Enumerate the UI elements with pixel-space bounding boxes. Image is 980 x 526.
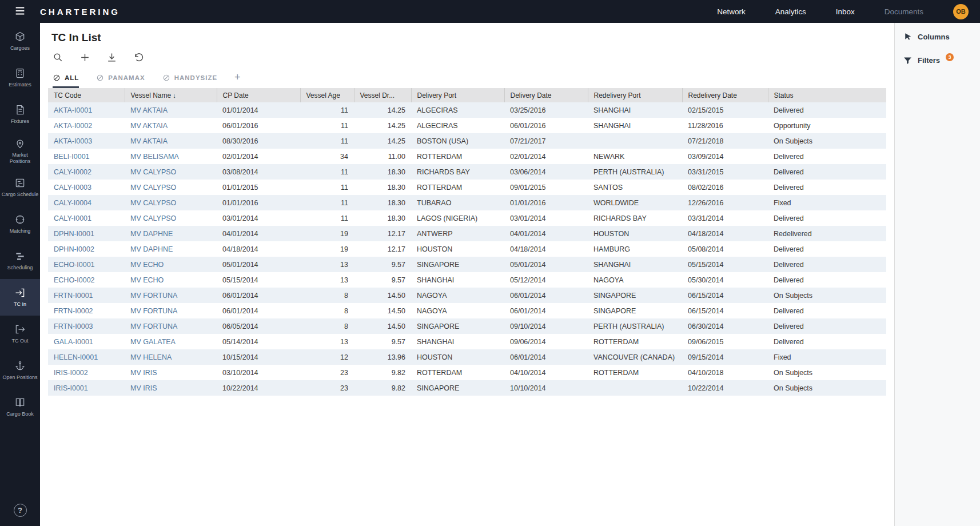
cell-vessel-name[interactable]: MV DAPHNE: [125, 226, 217, 241]
cell-vessel-name[interactable]: MV IRIS: [125, 380, 217, 396]
cell-tc-code[interactable]: BELI-I0001: [48, 149, 125, 164]
column-header-redelivery-date[interactable]: Redelivery Date: [682, 88, 768, 102]
table-row[interactable]: FRTN-I0003MV FORTUNA06/05/2014814.50SING…: [48, 318, 886, 334]
table-row[interactable]: CALY-I0004MV CALYPSO01/01/20161118.30TUB…: [48, 195, 886, 210]
cell-vessel-name[interactable]: MV CALYPSO: [125, 210, 217, 226]
table-row[interactable]: FRTN-I0002MV FORTUNA06/01/2014814.50NAGO…: [48, 303, 886, 318]
reset-button[interactable]: [133, 52, 144, 63]
cell-tc-code[interactable]: AKTA-I0003: [48, 133, 125, 149]
column-header-vessel-age[interactable]: Vessel Age: [300, 88, 354, 102]
filters-button[interactable]: Filters 3: [903, 55, 972, 65]
cell-tc-code[interactable]: GALA-I0001: [48, 334, 125, 349]
cell-tc-code[interactable]: ECHO-I0001: [48, 257, 125, 272]
column-header-delivery-date[interactable]: Delivery Date: [504, 88, 588, 102]
table-row[interactable]: AKTA-I0003MV AKTAIA08/30/20161114.25BOST…: [48, 133, 886, 149]
sidebar-item-cargoes[interactable]: Cargoes: [0, 23, 40, 59]
table-row[interactable]: ECHO-I0001MV ECHO05/01/2014139.57SINGAPO…: [48, 257, 886, 272]
cell-vessel-name[interactable]: MV CALYPSO: [125, 164, 217, 180]
nav-analytics[interactable]: Analytics: [775, 7, 806, 16]
cell-vessel-name[interactable]: MV ECHO: [125, 272, 217, 288]
help-button[interactable]: ?: [14, 504, 27, 517]
table-row[interactable]: CALY-I0001MV CALYPSO03/01/20141118.30LAG…: [48, 210, 886, 226]
cell-tc-code[interactable]: ECHO-I0002: [48, 272, 125, 288]
table-row[interactable]: AKTA-I0002MV AKTAIA06/01/20161114.25ALGE…: [48, 118, 886, 133]
table-row[interactable]: IRIS-I0002MV IRIS03/10/2014239.82ROTTERD…: [48, 365, 886, 380]
table-row[interactable]: AKTA-I0001MV AKTAIA01/01/20141114.25ALGE…: [48, 102, 886, 118]
cell-tc-code[interactable]: HELEN-I0001: [48, 349, 125, 365]
cell-vessel-name[interactable]: MV AKTAIA: [125, 102, 217, 118]
cell-vessel-name[interactable]: MV CALYPSO: [125, 180, 217, 195]
nav-network[interactable]: Network: [717, 7, 746, 16]
column-header-cp-date[interactable]: CP Date: [217, 88, 300, 102]
search-button[interactable]: [53, 52, 63, 63]
add-button[interactable]: [79, 52, 90, 63]
cell-vessel-name[interactable]: MV DAPHNE: [125, 241, 217, 257]
export-button[interactable]: [106, 52, 117, 63]
cell-tc-code[interactable]: IRIS-I0002: [48, 365, 125, 380]
table-row[interactable]: ECHO-I0002MV ECHO05/15/2014139.57SHANGHA…: [48, 272, 886, 288]
cell-vessel-name[interactable]: MV HELENA: [125, 349, 217, 365]
sidebar-item-fixtures[interactable]: Fixtures: [0, 96, 40, 133]
nav-inbox[interactable]: Inbox: [836, 7, 855, 16]
cell-delivery-date: 05/12/2014: [504, 272, 588, 288]
tab-all[interactable]: ALL: [53, 74, 79, 88]
add-view-button[interactable]: +: [234, 72, 241, 88]
table-row[interactable]: BELI-I0001MV BELISAMA02/01/20143411.00RO…: [48, 149, 886, 164]
cell-vessel-name[interactable]: MV ECHO: [125, 257, 217, 272]
nav-documents[interactable]: Documents: [885, 7, 923, 16]
column-header-status[interactable]: Status: [768, 88, 886, 102]
sidebar-item-estimates[interactable]: Estimates: [0, 59, 40, 96]
sidebar-item-scheduling[interactable]: Scheduling: [0, 242, 40, 279]
cell-tc-code[interactable]: FRTN-I0001: [48, 288, 125, 303]
cell-tc-code[interactable]: CALY-I0003: [48, 180, 125, 195]
cell-vessel-name[interactable]: MV AKTAIA: [125, 118, 217, 133]
cell-vessel-name[interactable]: MV CALYPSO: [125, 195, 217, 210]
cell-vessel-name[interactable]: MV FORTUNA: [125, 303, 217, 318]
cell-vessel-draft: 9.82: [354, 365, 411, 380]
table-row[interactable]: HELEN-I0001MV HELENA10/15/20141213.96HOU…: [48, 349, 886, 365]
cell-vessel-name[interactable]: MV FORTUNA: [125, 288, 217, 303]
table-row[interactable]: DPHN-I0001MV DAPHNE04/01/20141912.17ANTW…: [48, 226, 886, 241]
cell-tc-code[interactable]: AKTA-I0001: [48, 102, 125, 118]
columns-button[interactable]: Columns: [903, 32, 972, 42]
cell-tc-code[interactable]: CALY-I0004: [48, 195, 125, 210]
cell-vessel-name[interactable]: MV GALATEA: [125, 334, 217, 349]
cell-tc-code[interactable]: CALY-I0001: [48, 210, 125, 226]
cell-tc-code[interactable]: FRTN-I0003: [48, 318, 125, 334]
table-row[interactable]: FRTN-I0001MV FORTUNA06/01/2014814.50NAGO…: [48, 288, 886, 303]
sidebar-item-open-positions[interactable]: Open Positions: [0, 352, 40, 389]
sidebar-item-market-positions[interactable]: Market Positions: [0, 133, 40, 169]
sidebar-item-tc-out[interactable]: TC Out: [0, 316, 40, 352]
cell-vessel-name[interactable]: MV AKTAIA: [125, 133, 217, 149]
cell-tc-code[interactable]: DPHN-I0002: [48, 241, 125, 257]
column-header-tc-code[interactable]: TC Code: [48, 88, 125, 102]
cell-vessel-name[interactable]: MV FORTUNA: [125, 318, 217, 334]
tab-handysize[interactable]: HANDYSIZE: [162, 74, 217, 88]
menu-button[interactable]: [0, 0, 40, 23]
cell-tc-code[interactable]: AKTA-I0002: [48, 118, 125, 133]
column-header-vessel-name[interactable]: Vessel Name↓: [125, 88, 217, 102]
cell-tc-code[interactable]: IRIS-I0001: [48, 380, 125, 396]
sidebar-item-tc-in[interactable]: TC In: [0, 279, 40, 316]
table-row[interactable]: GALA-I0001MV GALATEA05/14/2014139.57SHAN…: [48, 334, 886, 349]
sidebar-item-label: Market Positions: [1, 152, 39, 165]
cell-tc-code[interactable]: FRTN-I0002: [48, 303, 125, 318]
table-row[interactable]: DPHN-I0002MV DAPHNE04/18/20141912.17HOUS…: [48, 241, 886, 257]
sidebar-item-matching[interactable]: Matching: [0, 206, 40, 242]
cell-status: On Subjects: [768, 288, 886, 303]
cell-tc-code[interactable]: CALY-I0002: [48, 164, 125, 180]
sidebar-item-cargo-schedule[interactable]: Cargo Schedule: [0, 169, 40, 206]
cell-vessel-name[interactable]: MV BELISAMA: [125, 149, 217, 164]
cell-tc-code[interactable]: DPHN-I0001: [48, 226, 125, 241]
table-row[interactable]: CALY-I0002MV CALYPSO03/08/20141118.30RIC…: [48, 164, 886, 180]
column-header-delivery-port[interactable]: Delivery Port: [411, 88, 504, 102]
avatar[interactable]: OB: [953, 4, 969, 19]
sidebar-item-cargo-book[interactable]: Cargo Book: [0, 389, 40, 425]
column-header-vessel-draft[interactable]: Vessel Dr...: [354, 88, 411, 102]
cell-vessel-name[interactable]: MV IRIS: [125, 365, 217, 380]
column-header-redelivery-port[interactable]: Redelivery Port: [588, 88, 682, 102]
tab-panamax[interactable]: PANAMAX: [96, 74, 145, 88]
open-positions-icon: [14, 360, 26, 372]
table-row[interactable]: IRIS-I0001MV IRIS10/22/2014239.82SINGAPO…: [48, 380, 886, 396]
table-row[interactable]: CALY-I0003MV CALYPSO01/01/20151118.30ROT…: [48, 180, 886, 195]
